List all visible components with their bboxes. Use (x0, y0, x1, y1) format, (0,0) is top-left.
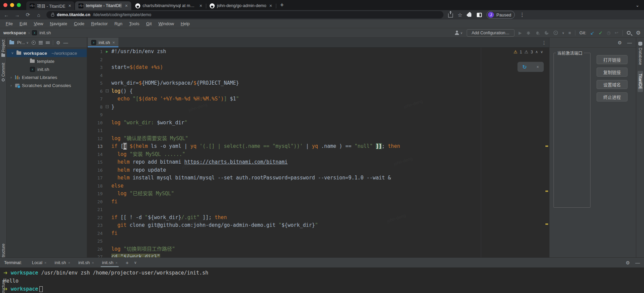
tree-item-workspace[interactable]: ˅workspace~/workspace (7, 49, 87, 57)
browser-tab[interactable]: charts/bitnami/mysql at maste× (132, 1, 206, 10)
tool-button-database[interactable]: Database (638, 40, 643, 66)
prev-problem-icon[interactable]: ∧ (535, 50, 538, 54)
tool-button-titanide[interactable]: TitanIDE (638, 71, 643, 92)
collapsed-chevron-icon[interactable]: › (9, 76, 13, 79)
home-icon[interactable]: ⌂ (36, 12, 42, 18)
menu-tools[interactable]: Tools (126, 21, 142, 26)
settings-gear-icon[interactable]: ⚙ (636, 30, 641, 36)
menu-file[interactable]: File (3, 21, 16, 26)
tree-item-template[interactable]: template (7, 57, 87, 65)
side-panel-icon[interactable] (477, 13, 482, 17)
browser-tab[interactable]: ‹t›项目 - TitanIDE× (26, 1, 74, 10)
menu-run[interactable]: Run (111, 21, 126, 26)
sync-icon[interactable]: ↻ (522, 64, 527, 70)
menu-window[interactable]: Window (155, 21, 177, 26)
expanded-chevron-icon[interactable]: ˅ (11, 51, 14, 55)
collapsed-chevron-icon[interactable]: › (9, 84, 13, 87)
profile-button[interactable]: J Paused (487, 11, 515, 19)
close-window-button[interactable] (3, 3, 7, 7)
error-stripe-mark[interactable] (545, 191, 548, 192)
browser-tab[interactable]: ‹t›template - TitanIDE× (75, 1, 131, 10)
close-tab-icon[interactable]: × (68, 3, 71, 8)
debug-icon[interactable] (526, 30, 531, 35)
collapse-all-icon[interactable] (46, 41, 50, 44)
tool-button-structure[interactable]: Structure (1, 280, 6, 293)
profiler-icon[interactable] (544, 30, 549, 35)
close-tab-icon[interactable]: × (269, 3, 272, 8)
hide-panel-icon[interactable]: — (627, 40, 632, 45)
tree-item-scratches-and-consoles[interactable]: ›Scratches and Consoles (7, 81, 87, 89)
close-terminal-tab-icon[interactable]: × (44, 261, 46, 265)
address-bar[interactable]: demo.titanide.cn/ide/web/coding/template… (46, 11, 443, 18)
editor-tab-init-sh[interactable]: › init.sh × (88, 38, 118, 47)
tool-button-project[interactable]: Project (1, 40, 6, 57)
terminal-output[interactable]: ➜ workspace /usr/bin/env zsh /home/proje… (0, 267, 644, 293)
terminal-tab-init-sh[interactable]: init.sh× (74, 258, 98, 268)
close-tab-icon[interactable]: × (200, 3, 202, 8)
minimize-window-button[interactable] (10, 3, 14, 7)
inspections-widget[interactable]: ⚠1 ⚠3 ∧ ∨ (513, 49, 543, 54)
select-opened-file-icon[interactable] (32, 41, 36, 45)
menu-git[interactable]: Git (143, 21, 155, 26)
breadcrumb[interactable]: workspace › › init.sh (3, 30, 51, 35)
close-terminal-tab-icon[interactable]: × (68, 261, 70, 265)
next-problem-icon[interactable]: ∨ (540, 50, 543, 54)
close-tab-icon[interactable]: × (125, 3, 128, 8)
expand-all-icon[interactable] (39, 41, 43, 44)
git-commit-icon[interactable]: ✓ (599, 30, 603, 36)
menu-navigate[interactable]: Navigate (47, 21, 70, 26)
new-terminal-icon[interactable]: + (123, 260, 131, 265)
new-tab-button[interactable]: + (276, 2, 288, 9)
chevron-down-icon[interactable]: ∨ (562, 31, 565, 35)
git-update-icon[interactable]: ↙ (590, 30, 595, 36)
extensions-icon[interactable] (467, 12, 472, 17)
terminal-tab-init-sh[interactable]: init.sh× (98, 258, 121, 268)
terminal-dropdown-icon[interactable]: ∨ (133, 260, 138, 265)
hide-terminal-icon[interactable]: — (635, 260, 640, 265)
search-everywhere-icon[interactable] (627, 31, 631, 35)
project-view-selector[interactable]: Pr...∨ (17, 40, 29, 45)
tree-item-init-sh[interactable]: ›init.sh (7, 65, 87, 73)
terminal-tab-init-sh[interactable]: init.sh× (50, 258, 74, 268)
terminal-settings-gear-icon[interactable]: ⚙ (625, 260, 630, 265)
back-icon[interactable]: ← (3, 12, 9, 18)
add-configuration-button[interactable]: Add Configuration… (467, 29, 515, 37)
port-button-打开链接[interactable]: 打开链接 (597, 55, 628, 64)
tree-item-external-libraries[interactable]: ›External Libraries (7, 73, 87, 81)
run-script-icon[interactable]: ▶ (106, 49, 108, 54)
port-button-终止进程[interactable]: 终止进程 (597, 92, 628, 101)
close-tab-icon[interactable]: × (112, 40, 115, 45)
error-stripe-mark[interactable] (545, 223, 548, 225)
panel-gear-icon[interactable]: ⚙ (617, 40, 622, 45)
close-terminal-tab-icon[interactable]: × (92, 261, 94, 265)
editor-options-kebab-icon[interactable]: ⋮ (542, 40, 546, 45)
menu-refactor[interactable]: Refactor (88, 21, 111, 26)
port-button-复制链接[interactable]: 复制链接 (597, 68, 628, 77)
browser-menu-icon[interactable]: ⋮ (520, 12, 525, 18)
code-editor[interactable]: 1▶#!/usr/bin/env zsh23start=$(date +%s)4… (87, 48, 549, 257)
breadcrumb-root[interactable]: workspace (3, 30, 26, 35)
fold-marker-icon[interactable] (106, 89, 109, 92)
fold-marker-icon[interactable] (106, 105, 109, 108)
port-button-设置域名[interactable]: 设置域名 (597, 80, 628, 89)
run-icon[interactable]: ▶ (518, 31, 522, 35)
bookmark-star-icon[interactable]: ☆ (458, 12, 462, 18)
menu-view[interactable]: View (31, 21, 46, 26)
tab-search-chevron-icon[interactable]: ⌄ (636, 3, 644, 8)
error-stripe-mark[interactable] (545, 145, 548, 147)
menu-help[interactable]: Help (178, 21, 193, 26)
tool-button-commit[interactable]: Commit (1, 63, 6, 81)
hide-project-panel-icon[interactable]: — (63, 40, 68, 45)
share-icon[interactable] (448, 13, 453, 17)
reload-icon[interactable]: ⟳ (25, 12, 31, 18)
forward-icon[interactable]: → (14, 12, 20, 18)
browser-tab[interactable]: john-deng/go-admin-demo× (206, 1, 276, 10)
menu-code[interactable]: Code (71, 21, 87, 26)
zoom-window-button[interactable] (17, 3, 21, 7)
project-options-gear-icon[interactable]: ⚙ (56, 40, 61, 45)
menu-edit[interactable]: Edit (16, 21, 30, 26)
terminal-tab-local[interactable]: Local× (28, 258, 51, 268)
breadcrumb-file[interactable]: init.sh (39, 30, 51, 35)
run-with-icon[interactable] (553, 30, 558, 35)
coverage-icon[interactable] (535, 30, 540, 35)
